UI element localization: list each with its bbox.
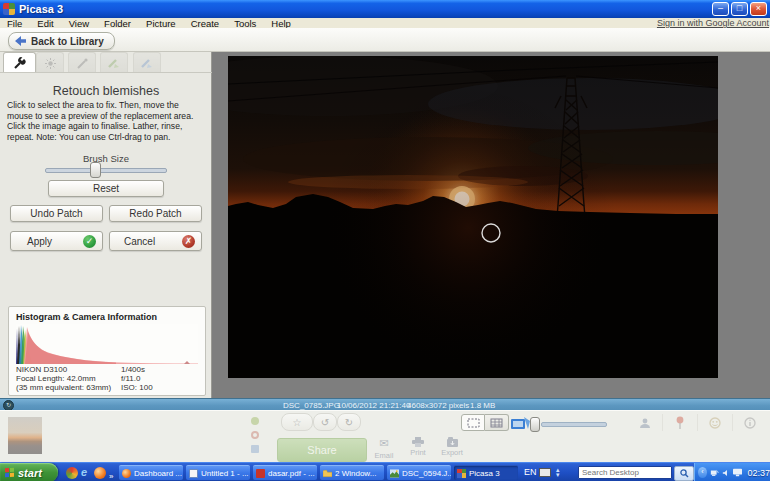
- tab-tuning[interactable]: [36, 52, 64, 73]
- menu-tools[interactable]: Tools: [234, 18, 256, 29]
- brush-size-slider-track[interactable]: [45, 168, 167, 173]
- language-indicator[interactable]: EN: [524, 467, 537, 477]
- brush-size-label: Brush Size: [0, 153, 212, 164]
- star-button[interactable]: [281, 413, 313, 431]
- export-label: Export: [441, 448, 463, 457]
- blue-brush-icon: [141, 58, 153, 69]
- search-button[interactable]: [674, 466, 694, 481]
- brush-size-slider-handle[interactable]: [90, 162, 101, 178]
- search-desktop-input[interactable]: [578, 466, 672, 479]
- brush-icon: [77, 58, 88, 69]
- print-icon: [412, 437, 424, 447]
- tray-photo-thumbnail[interactable]: [8, 417, 42, 454]
- fit-view-icon: [467, 418, 480, 428]
- sign-in-link[interactable]: Sign in with Google Account: [657, 18, 769, 28]
- task-label: 2 Window...: [335, 469, 376, 478]
- menu-picture[interactable]: Picture: [146, 18, 176, 29]
- tabstrip-divider: [0, 72, 212, 73]
- tab-effects-1[interactable]: [68, 52, 96, 73]
- redo-patch-label: Redo Patch: [129, 208, 181, 219]
- undo-patch-label: Undo Patch: [30, 208, 82, 219]
- menu-help[interactable]: Help: [271, 18, 291, 29]
- menu-folder[interactable]: Folder: [104, 18, 131, 29]
- histogram-card: Histogram & Camera Information NIKON D31…: [8, 306, 206, 396]
- menu-create[interactable]: Create: [191, 18, 220, 29]
- undo-patch-button[interactable]: Undo Patch: [10, 205, 103, 222]
- redo-patch-button[interactable]: Redo Patch: [109, 205, 202, 222]
- menu-bar: File Edit View Folder Picture Create Too…: [0, 18, 770, 28]
- folder-icon: [323, 469, 332, 478]
- quicklaunch-overflow-icon[interactable]: [109, 465, 113, 481]
- language-options-icon[interactable]: ▴▾: [556, 467, 560, 477]
- properties-button[interactable]: [732, 414, 767, 431]
- apply-label: Apply: [27, 236, 52, 247]
- display-tray-icon[interactable]: [733, 468, 742, 477]
- task-untitled-writer[interactable]: Untitled 1 - ...: [186, 465, 250, 480]
- chrome-icon[interactable]: [66, 467, 78, 479]
- tag-red-icon[interactable]: [251, 431, 259, 439]
- back-to-library-button[interactable]: Back to Library: [8, 32, 115, 50]
- photo-canvas[interactable]: [228, 56, 718, 378]
- windows-flag-icon: [5, 468, 14, 478]
- task-dashboard[interactable]: Dashboard ...: [119, 465, 183, 480]
- upload-blue-icon[interactable]: [251, 445, 259, 453]
- firefox-quicklaunch-icon[interactable]: [94, 467, 106, 479]
- magnifier-icon: [680, 469, 689, 478]
- rotate-cw-button[interactable]: [337, 413, 361, 431]
- iso: ISO: 100: [121, 383, 153, 392]
- menu-edit[interactable]: Edit: [37, 18, 53, 29]
- close-button[interactable]: [750, 2, 767, 16]
- cancel-x-icon: [182, 235, 195, 248]
- actual-size-button[interactable]: [485, 414, 509, 431]
- collage-icon[interactable]: [511, 416, 531, 430]
- picasa-toolbar: Back to Library Play A A B A A: [0, 28, 770, 52]
- task-label: Picasa 3: [469, 469, 500, 478]
- menu-file[interactable]: File: [7, 18, 22, 29]
- map-pin-icon: [675, 416, 685, 429]
- tab-basic-fixes[interactable]: [3, 52, 36, 73]
- menu-view[interactable]: View: [69, 18, 89, 29]
- maximize-button[interactable]: [731, 2, 748, 16]
- back-arrow-icon: [15, 36, 26, 46]
- people-button[interactable]: [628, 414, 662, 431]
- reset-label: Reset: [93, 183, 119, 194]
- shutter-speed: 1/400s: [121, 365, 145, 374]
- reset-button[interactable]: Reset: [48, 180, 164, 197]
- tab-effects-2[interactable]: [100, 52, 128, 73]
- print-button[interactable]: Print: [402, 437, 434, 463]
- zoom-slider-handle[interactable]: [530, 417, 540, 432]
- rotate-ccw-button[interactable]: [313, 413, 337, 431]
- keyboard-layout-icon[interactable]: [539, 468, 551, 477]
- windows-taskbar: start e Dashboard ... Untitled 1 - ... d…: [0, 462, 770, 481]
- fit-view-button[interactable]: [461, 414, 485, 431]
- window-titlebar: Picasa 3: [0, 0, 770, 18]
- task-dasar-pdf[interactable]: dasar.pdf - ...: [253, 465, 317, 480]
- apply-button[interactable]: Apply: [10, 231, 103, 251]
- smiley-icon: [709, 417, 721, 429]
- tray-collapse-icon[interactable]: [698, 467, 707, 478]
- places-button[interactable]: [662, 414, 697, 431]
- tags-button[interactable]: [697, 414, 732, 431]
- tab-effects-3[interactable]: [133, 52, 161, 73]
- wireless-tray-icon[interactable]: [710, 468, 719, 478]
- print-label: Print: [410, 448, 425, 457]
- minimize-button[interactable]: [712, 2, 729, 16]
- task-explorer-windows[interactable]: 2 Window...: [320, 465, 384, 480]
- internet-explorer-icon[interactable]: e: [81, 466, 87, 478]
- status-filename: DSC_0785.JPG: [283, 401, 340, 410]
- start-button[interactable]: start: [0, 463, 58, 481]
- cancel-label: Cancel: [124, 236, 155, 247]
- zoom-slider-track[interactable]: [541, 422, 607, 427]
- green-brush-icon: [108, 58, 120, 69]
- task-image-viewer[interactable]: DSC_0594.J...: [387, 465, 451, 480]
- email-button[interactable]: Email: [368, 437, 400, 463]
- share-label: Share: [307, 444, 336, 456]
- pdf-icon: [256, 469, 265, 478]
- camera-model: NIKON D3100: [16, 365, 67, 374]
- pin-green-icon[interactable]: [251, 417, 259, 425]
- share-button[interactable]: Share: [277, 438, 367, 462]
- cancel-button[interactable]: Cancel: [109, 231, 202, 251]
- task-picasa[interactable]: Picasa 3: [454, 465, 518, 480]
- volume-tray-icon[interactable]: [722, 468, 730, 478]
- export-button[interactable]: Export: [436, 437, 468, 463]
